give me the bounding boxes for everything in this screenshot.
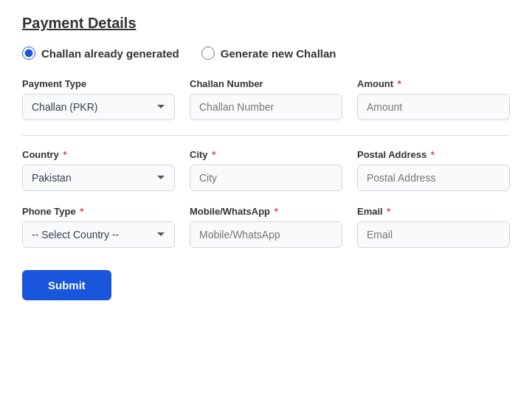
mobile-whatsapp-label: Mobile/WhatsApp *: [190, 206, 342, 217]
city-input[interactable]: [190, 165, 342, 191]
radio-option-challan-generated[interactable]: Challan already generated: [22, 46, 179, 60]
challan-number-input[interactable]: [190, 94, 342, 120]
postal-address-label: Postal Address *: [357, 149, 510, 160]
phone-type-select[interactable]: -- Select Country -- Pakistan (+92) Indi…: [22, 221, 175, 248]
phone-type-label: Phone Type *: [22, 206, 175, 217]
country-select[interactable]: Pakistan India USA UK: [22, 165, 175, 191]
postal-address-input[interactable]: [357, 165, 510, 191]
phone-required-star: *: [77, 206, 84, 217]
section-divider: [22, 135, 510, 136]
radio-challan-generated-label: Challan already generated: [41, 47, 179, 60]
email-label: Email *: [357, 206, 510, 217]
radio-new-challan[interactable]: [201, 46, 215, 60]
mobile-required-star: *: [272, 206, 278, 217]
payment-type-field: Payment Type Challan (PKR) Online Transf…: [22, 78, 175, 120]
payment-type-label: Payment Type: [22, 78, 175, 89]
mobile-whatsapp-input[interactable]: [190, 221, 342, 248]
challan-number-label: Challan Number: [190, 78, 342, 89]
payment-type-select[interactable]: Challan (PKR) Online Transfer Cash: [22, 94, 175, 120]
challan-number-field: Challan Number: [190, 78, 342, 120]
submit-button[interactable]: Submit: [22, 270, 111, 300]
email-input[interactable]: [357, 221, 510, 248]
amount-required-star: *: [395, 78, 401, 89]
form-row-2: Country * Pakistan India USA UK City * P…: [22, 149, 510, 191]
amount-label: Amount *: [357, 78, 510, 89]
country-label: Country *: [22, 149, 175, 160]
email-required-star: *: [384, 206, 391, 217]
radio-new-challan-label: Generate new Challan: [221, 47, 336, 60]
country-required-star: *: [61, 149, 67, 160]
postal-address-field: Postal Address *: [357, 149, 510, 191]
phone-type-field: Phone Type * -- Select Country -- Pakist…: [22, 206, 175, 248]
amount-field: Amount *: [357, 78, 510, 120]
form-row-3: Phone Type * -- Select Country -- Pakist…: [22, 206, 510, 248]
city-label: City *: [190, 149, 342, 160]
radio-challan-generated[interactable]: [22, 46, 35, 60]
mobile-whatsapp-field: Mobile/WhatsApp *: [190, 206, 342, 248]
page-title: Payment Details: [22, 15, 510, 32]
form-row-1: Payment Type Challan (PKR) Online Transf…: [22, 78, 510, 120]
city-required-star: *: [210, 149, 216, 160]
radio-option-new-challan[interactable]: Generate new Challan: [201, 46, 336, 60]
country-field: Country * Pakistan India USA UK: [22, 149, 175, 191]
postal-required-star: *: [428, 149, 435, 160]
email-field: Email *: [357, 206, 510, 248]
radio-group: Challan already generated Generate new C…: [22, 46, 510, 60]
city-field: City *: [190, 149, 342, 191]
payment-details-container: Payment Details Challan already generate…: [22, 15, 510, 300]
amount-input[interactable]: [357, 94, 510, 120]
